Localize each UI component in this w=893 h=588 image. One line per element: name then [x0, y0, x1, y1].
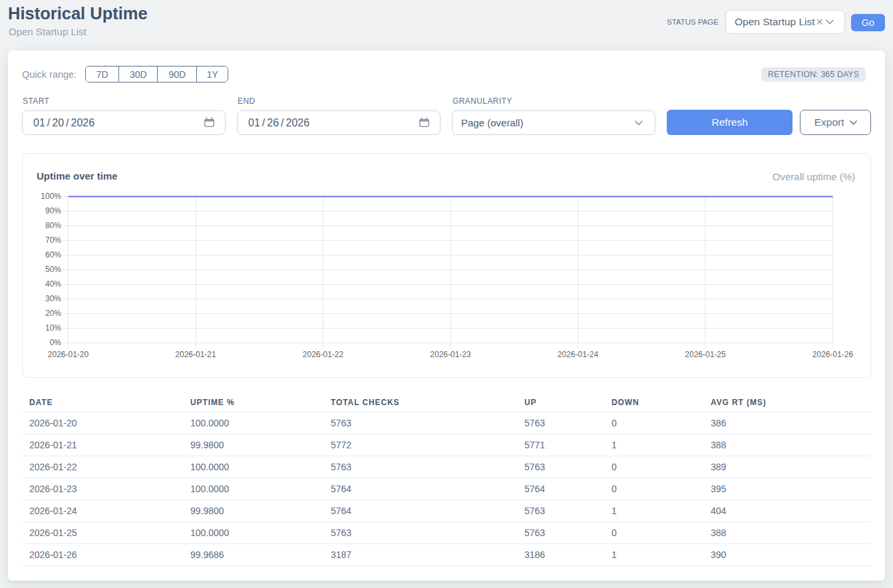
svg-text:0%: 0% [50, 338, 62, 347]
svg-text:10%: 10% [45, 323, 61, 333]
svg-text:30%: 30% [45, 294, 61, 303]
svg-text:50%: 50% [45, 265, 61, 274]
svg-text:2026-01-22: 2026-01-22 [303, 350, 344, 359]
svg-text:20%: 20% [45, 309, 61, 318]
svg-text:2026-01-21: 2026-01-21 [175, 350, 216, 359]
svg-text:90%: 90% [45, 206, 61, 216]
svg-text:80%: 80% [45, 221, 61, 230]
svg-text:60%: 60% [45, 250, 61, 259]
svg-text:100%: 100% [41, 192, 61, 201]
svg-text:40%: 40% [45, 279, 61, 289]
svg-text:2026-01-25: 2026-01-25 [685, 350, 726, 359]
svg-text:2026-01-20: 2026-01-20 [48, 350, 89, 359]
svg-text:2026-01-24: 2026-01-24 [558, 350, 599, 359]
svg-text:2026-01-23: 2026-01-23 [430, 350, 471, 359]
svg-text:70%: 70% [45, 235, 61, 245]
svg-text:2026-01-26: 2026-01-26 [812, 350, 854, 359]
